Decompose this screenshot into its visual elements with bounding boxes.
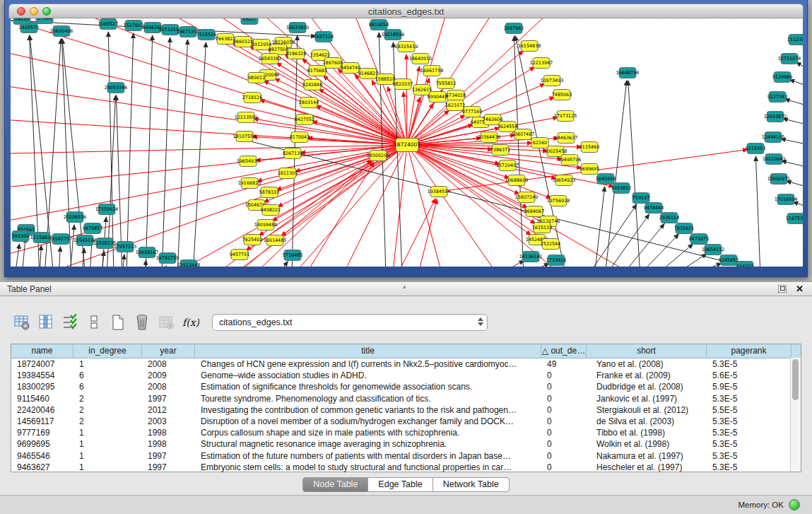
graph-node[interactable]: 7932621 — [674, 223, 694, 234]
cell-out_de[interactable]: 0 — [541, 427, 587, 438]
graph-node[interactable]: 9474444 — [644, 203, 664, 214]
table-row[interactable]: 946362711997Embryonic stem cells: a mode… — [11, 462, 801, 473]
citation-edge-black[interactable] — [144, 260, 146, 267]
cell-short[interactable]: Hescheler et al. (1997) — [587, 462, 707, 473]
cell-title[interactable]: Embryonic stem cells: a model to study s… — [195, 462, 541, 473]
graph-node[interactable]: 12505135 — [93, 238, 117, 249]
cell-pagerank[interactable]: 5.3E-5 — [707, 450, 792, 462]
graph-node[interactable]: 19654935 — [237, 156, 260, 167]
citation-edge-black[interactable] — [165, 266, 166, 267]
graph-node[interactable]: 35227 — [241, 18, 258, 25]
cell-title[interactable]: Corpus callosum shape and size in male p… — [195, 427, 541, 438]
citation-edge-black[interactable] — [146, 35, 153, 267]
cell-year[interactable]: 1998 — [142, 438, 195, 450]
table-row[interactable]: 2242004622012Investigating the contribut… — [11, 404, 801, 416]
citation-edge-black[interactable] — [15, 244, 19, 267]
graph-node[interactable]: 19218596 — [382, 30, 405, 40]
graph-node[interactable]: 10807487 — [512, 129, 535, 140]
graph-node[interactable]: 9457791 — [230, 250, 249, 260]
graph-node[interactable]: 7625402 — [242, 235, 262, 245]
cell-in_degree[interactable]: 2 — [73, 416, 142, 427]
table-row[interactable]: 969969511998Structural magnetic resonanc… — [11, 438, 801, 450]
citation-edge-black[interactable] — [520, 264, 549, 267]
cell-year[interactable]: 1997 — [142, 393, 195, 404]
graph-node[interactable]: 16033809 — [286, 23, 310, 33]
cell-pagerank[interactable]: 5.3E-5 — [707, 438, 792, 450]
network-graph[interactable]: 2405572206914061625517344106552715276028… — [11, 18, 803, 267]
graph-node[interactable]: 10688609 — [505, 175, 529, 186]
cell-name[interactable]: 19384554 — [11, 370, 73, 381]
column-header-in_degree[interactable]: in_degree — [73, 344, 142, 358]
graph-node[interactable]: 9684067 — [524, 206, 544, 217]
cell-title[interactable]: Structural magnetic resonance image aver… — [195, 438, 541, 450]
cell-name[interactable]: 14569117 — [11, 416, 73, 427]
cell-short[interactable]: Jankovic et al. (1997) — [587, 393, 707, 404]
cell-title[interactable]: Estimation of significance thresholds fo… — [195, 381, 541, 392]
citation-edge-black[interactable] — [785, 99, 803, 105]
cell-title[interactable]: Disruption of a novel member of a sodium… — [195, 416, 541, 427]
graph-node[interactable]: 14463627 — [555, 133, 578, 144]
graph-node[interactable]: 15751074 — [778, 54, 801, 64]
column-header-out_de[interactable]: △ out_de… — [541, 344, 587, 358]
graph-node[interactable]: 18640910 — [409, 54, 433, 64]
graph-node[interactable]: 16961758 — [420, 66, 444, 76]
cell-name[interactable]: 9465546 — [11, 450, 73, 462]
citation-edge-black[interactable] — [116, 95, 122, 267]
citation-edge-red[interactable] — [396, 199, 435, 267]
graph-node[interactable]: 1811305 — [278, 168, 298, 179]
column-header-title[interactable]: title — [195, 344, 541, 358]
cell-pagerank[interactable]: 5.3E-5 — [707, 416, 792, 427]
graph-node[interactable]: 9215953 — [746, 144, 765, 154]
cell-year[interactable]: 2008 — [142, 381, 195, 392]
graph-node[interactable]: 9953892 — [611, 183, 631, 194]
cell-name[interactable]: 9115460 — [11, 393, 73, 404]
cell-in_degree[interactable]: 6 — [73, 381, 142, 392]
cell-year[interactable]: 1997 — [142, 450, 195, 462]
graph-node[interactable]: 62160 — [531, 138, 548, 148]
graph-node[interactable]: 391990 — [12, 231, 29, 242]
graph-node[interactable]: 5716485 — [283, 250, 302, 261]
delete-table-disabled-icon[interactable] — [157, 313, 175, 332]
citation-edge-black[interactable] — [122, 255, 124, 267]
cell-title[interactable]: Tourette syndrome. Phenomenology and cla… — [195, 393, 541, 404]
graph-node[interactable]: 16255 — [13, 18, 30, 25]
graph-node[interactable]: 12942757 — [49, 234, 73, 245]
graph-node[interactable]: 2522544 — [541, 239, 560, 250]
graph-node[interactable]: 8822037 — [393, 79, 413, 90]
cell-out_de[interactable]: 0 — [541, 462, 587, 473]
graph-node[interactable]: 9498222 — [261, 205, 281, 216]
tab-network-table[interactable]: Network Table — [433, 477, 510, 492]
dropdown-spinner-icon[interactable] — [476, 316, 484, 329]
graph-node[interactable]: 8186328 — [286, 49, 306, 59]
column-header-name[interactable]: name — [11, 344, 73, 358]
citation-edge-black[interactable] — [40, 245, 41, 267]
graph-node[interactable]: 17359924 — [95, 204, 119, 215]
column-header-short[interactable]: short — [587, 344, 707, 358]
graph-node[interactable]: 1167531 — [786, 214, 803, 224]
cell-out_de[interactable]: 0 — [541, 416, 587, 427]
table-row[interactable]: 1456911722003Disruption of a novel membe… — [11, 416, 801, 427]
function-builder-icon[interactable]: f(x) — [181, 313, 199, 332]
graph-node[interactable]: 16154838 — [518, 41, 541, 52]
graph-node-hub[interactable]: 18724007 — [394, 139, 420, 152]
table-row[interactable]: 1872400712008Changes of HCN gene express… — [11, 358, 801, 370]
graph-node[interactable]: 20206556 — [64, 212, 87, 223]
select-columns-icon[interactable] — [61, 313, 79, 332]
create-column-icon[interactable] — [109, 313, 127, 332]
graph-node[interactable]: 9227343 — [767, 92, 787, 103]
graph-node[interactable]: 9699695 — [579, 164, 599, 175]
cell-in_degree[interactable]: 1 — [73, 427, 142, 438]
cell-year[interactable]: 2008 — [142, 358, 195, 370]
citation-edge-black[interactable] — [126, 33, 134, 267]
graph-node[interactable]: 12213599 — [235, 112, 258, 123]
graph-node[interactable]: 759197 — [632, 193, 649, 204]
graph-node[interactable]: 5878333 — [259, 187, 279, 198]
show-hide-columns-icon[interactable] — [37, 313, 55, 332]
cell-year[interactable]: 2009 — [142, 370, 195, 381]
graph-node[interactable]: 17344 — [36, 18, 53, 24]
cell-short[interactable]: Wolkin et al. (1998) — [587, 438, 707, 450]
cell-pagerank[interactable]: 5.5E-5 — [707, 404, 792, 416]
citation-edge-black[interactable] — [638, 234, 678, 267]
citation-edge-black[interactable] — [689, 263, 722, 267]
graph-node[interactable]: 1615132 — [532, 223, 552, 233]
